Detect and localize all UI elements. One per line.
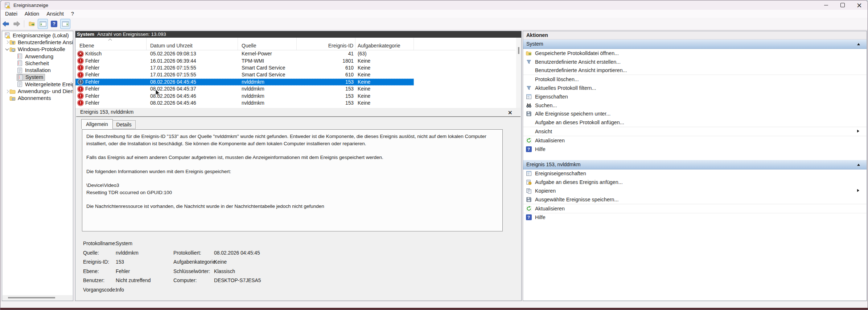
field-value: 153 <box>116 259 173 265</box>
menu-ansicht[interactable]: Ansicht <box>43 11 67 17</box>
tab-details[interactable]: Details <box>113 120 136 129</box>
event-description[interactable]: Die Beschreibung für die Ereignis-ID "15… <box>82 129 503 231</box>
tree-item-abonnements[interactable]: Abonnements <box>2 95 73 102</box>
field-value: System <box>116 241 173 246</box>
maximize-button[interactable] <box>834 0 851 10</box>
description-line: \Device\Video3 <box>86 182 498 189</box>
tree-item-installation[interactable]: Installation <box>2 67 73 74</box>
action-copy[interactable]: Kopieren <box>523 187 867 195</box>
tree-item-custom-views[interactable]: Benutzerdefinierte Ansichten <box>2 39 73 46</box>
tree-item-windows-logs[interactable]: Windows-Protokolle <box>2 46 73 53</box>
scrollbar-thumb[interactable] <box>8 297 55 298</box>
folder-subscriptions-icon <box>9 95 16 101</box>
error-icon <box>78 93 83 99</box>
table-row[interactable]: Fehler 08.02.2026 04:45:46 nvlddmkm 153 … <box>75 92 516 99</box>
expand-chevron-icon[interactable] <box>4 90 9 93</box>
menu-help[interactable]: ? <box>67 11 78 17</box>
plain-log-icon <box>17 81 23 87</box>
action-refresh-event[interactable]: Aktualisieren <box>523 204 867 213</box>
tree-item-system[interactable]: System <box>2 74 73 81</box>
action-open-saved-log[interactable]: Gespeicherte Protokolldatei öffnen... <box>523 49 867 58</box>
table-row-selected[interactable]: Fehler 08.02.2026 04:45:45 nvlddmkm 153 … <box>75 79 516 85</box>
action-filter-current-log[interactable]: Aktuelles Protokoll filtern... <box>523 84 867 92</box>
toggle-console-tree-button[interactable] <box>38 19 48 29</box>
plain-log-icon <box>17 67 23 74</box>
table-row[interactable]: Kritisch 05.02.2026 09:08:13 Kernel-Powe… <box>75 50 516 57</box>
action-event-properties[interactable]: Ereigniseigenschaften <box>523 169 867 178</box>
column-aufgabenkategorie[interactable]: Aufgabenkategorie <box>355 38 414 50</box>
action-attach-task-to-log[interactable]: Aufgabe an dieses Protokoll anfügen... <box>523 118 867 127</box>
back-button[interactable] <box>1 19 11 29</box>
minimize-button[interactable] <box>818 0 834 10</box>
close-preview-icon[interactable]: × <box>508 108 513 117</box>
column-ereignis-id[interactable]: Ereignis-ID <box>297 38 355 50</box>
table-row[interactable]: Fehler 08.02.2026 04:45:37 nvlddmkm 153 … <box>75 85 516 92</box>
open-folder-icon <box>526 50 532 56</box>
field-label: Quelle: <box>83 250 116 256</box>
collapse-section-icon[interactable] <box>857 43 860 45</box>
tree-item-forwarded[interactable]: Weitergeleitete Ereignisse <box>2 81 73 88</box>
tree-item-label: Abonnements <box>18 95 51 101</box>
forward-button[interactable] <box>12 19 21 29</box>
expand-chevron-icon[interactable] <box>4 41 9 43</box>
find-icon <box>526 102 532 108</box>
tree-horizontal-scrollbar[interactable] <box>3 295 73 300</box>
table-row[interactable]: Fehler 17.01.2026 07:15:55 Smart Card Se… <box>75 71 516 78</box>
tree-item-label: Weitergeleitete Ereignisse <box>25 81 73 87</box>
log-title: System <box>77 31 94 38</box>
action-clear-log[interactable]: Protokoll löschen... <box>523 75 867 84</box>
action-find[interactable]: Suchen... <box>523 101 867 110</box>
scrollbar-thumb[interactable] <box>518 47 519 54</box>
toolbar-separator <box>24 20 24 28</box>
description-line: Die folgenden Informationen wurden mit d… <box>86 168 498 175</box>
preview-tabs: Allgemein Details <box>81 119 136 129</box>
open-saved-log-button[interactable] <box>27 19 36 29</box>
console-tree: Ereignisanzeige (Lokal) Benutzerdefinier… <box>2 31 73 301</box>
action-save-all-events[interactable]: Alle Ereignisse speichern unter... <box>523 110 867 118</box>
tab-allgemein[interactable]: Allgemein <box>81 119 113 129</box>
error-icon <box>78 86 83 92</box>
tree-item-root[interactable]: Ereignisanzeige (Lokal) <box>2 32 73 39</box>
field-value: Nicht zutreffend <box>116 278 173 283</box>
tree-item-anwendung[interactable]: Anwendung <box>2 53 73 60</box>
menu-bar: Datei Aktion Ansicht ? <box>0 10 868 18</box>
toggle-action-pane-button[interactable] <box>60 19 70 29</box>
table-row[interactable]: Fehler 16.01.2026 06:39:44 TPM-WMI 1801 … <box>75 57 516 64</box>
action-help-event[interactable]: Hilfe <box>523 213 867 222</box>
field-value: Fehler <box>116 269 173 274</box>
column-ebene[interactable]: Ebene <box>75 38 147 50</box>
menu-aktion[interactable]: Aktion <box>21 11 43 17</box>
collapse-chevron-icon[interactable] <box>4 49 9 50</box>
event-count: Anzahl von Ereignissen: 13.093 <box>97 31 166 38</box>
action-properties[interactable]: Eigenschaften <box>523 92 867 101</box>
event-rows: Kritisch 05.02.2026 09:08:13 Kernel-Powe… <box>75 50 516 106</box>
menu-datei[interactable]: Datei <box>1 11 21 17</box>
action-help[interactable]: Hilfe <box>523 145 867 154</box>
action-view[interactable]: Ansicht <box>523 127 867 136</box>
collapse-section-icon[interactable] <box>857 164 860 166</box>
tree-item-label: Installation <box>25 67 51 73</box>
sort-ascending-icon <box>108 39 112 42</box>
description-line: Falls das Ereignis auf einem anderen Com… <box>86 154 498 161</box>
close-button[interactable]: × <box>851 0 868 10</box>
column-quelle[interactable]: Quelle <box>238 38 297 50</box>
section-header-system[interactable]: System <box>523 39 867 49</box>
filter-icon <box>526 59 532 65</box>
table-row[interactable]: Fehler 08.02.2026 04:45:46 nvlddmkm 153 … <box>75 100 516 106</box>
save-icon <box>526 111 532 117</box>
action-create-custom-view[interactable]: Benutzerdefinierte Ansicht erstellen... <box>523 58 867 66</box>
action-attach-task-to-event[interactable]: Aufgabe an dieses Ereignis anfügen... <box>523 178 867 187</box>
action-import-custom-view[interactable]: Benutzerdefinierte Ansicht importieren..… <box>523 66 867 75</box>
section-header-event[interactable]: Ereignis 153, nvlddmkm <box>523 160 867 169</box>
column-datum[interactable]: Datum und Uhrzeit <box>147 38 238 50</box>
event-viewer-icon <box>4 2 11 8</box>
table-row[interactable]: Fehler 17.01.2026 07:15:55 Smart Card Se… <box>75 64 516 71</box>
tree-item-app-service-logs[interactable]: Anwendungs- und Dienstprotokolle <box>2 88 73 95</box>
tree-item-sicherheit[interactable]: Sicherheit <box>2 60 73 67</box>
forward-arrow-icon <box>13 21 20 27</box>
error-icon <box>78 65 83 71</box>
action-save-selected-events[interactable]: Ausgewählte Ereignisse speichern... <box>523 195 867 204</box>
action-refresh[interactable]: Aktualisieren <box>523 136 867 145</box>
help-button[interactable] <box>49 19 59 29</box>
event-list-scrollbar[interactable] <box>516 38 521 108</box>
